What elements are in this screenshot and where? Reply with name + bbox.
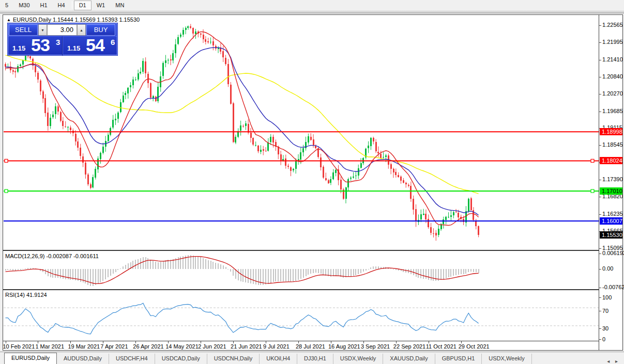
candle-body <box>272 137 274 143</box>
line-handle[interactable] <box>591 189 594 193</box>
macd-histogram-bar <box>453 269 454 276</box>
candle-body <box>425 214 427 219</box>
macd-histogram-bar <box>85 269 86 283</box>
timeframe-button-mn[interactable]: MN <box>110 1 129 10</box>
tab-usdcnh-daily[interactable]: USDCNH,Daily <box>207 354 260 364</box>
timeframe-button-h4[interactable]: H4 <box>53 1 70 10</box>
tab-scroll-right-icon[interactable]: ▸ <box>615 358 618 364</box>
volume-up-button[interactable]: ▲ <box>77 24 86 36</box>
candle-body <box>195 31 196 34</box>
candle-body <box>77 141 79 148</box>
price-axis-label: 1.21410 <box>602 56 623 62</box>
candle-body <box>150 83 151 98</box>
volume-down-button[interactable]: ▼ <box>38 24 47 36</box>
macd-histogram-bar <box>285 269 286 281</box>
timeframe-button-w1[interactable]: W1 <box>92 1 111 10</box>
date-axis-label: 10 Feb 2021 <box>3 343 35 350</box>
price-axis[interactable]: 1.225651.219951.214101.208401.202701.196… <box>599 15 622 350</box>
macd-histogram-bar <box>105 269 106 279</box>
timeframe-button-m30[interactable]: M30 <box>13 1 35 10</box>
tab-usdx-weekly[interactable]: USDX,Weekly <box>482 354 531 364</box>
price-axis-tick <box>599 60 601 60</box>
candle-body <box>135 80 136 80</box>
timeframe-button-5[interactable]: 5 <box>0 1 13 10</box>
macd-histogram-bar <box>208 260 209 269</box>
buy-price-box[interactable]: 1.15 54 6 <box>63 36 117 55</box>
candle-body <box>67 127 69 128</box>
chart-window: ▲EURUSD,Daily 1.15444 1.15569 1.15393 1.… <box>3 14 623 351</box>
macd-histogram-bar <box>230 269 231 272</box>
candle-body <box>398 175 399 177</box>
macd-histogram-bar <box>303 269 304 278</box>
candle-body <box>62 121 64 126</box>
candle-body <box>340 180 342 189</box>
date-axis-label: 7 Apr 2021 <box>100 343 128 350</box>
moving-average-10[interactable] <box>6 31 479 225</box>
macd-histogram-bar <box>193 256 194 269</box>
candle-body <box>313 139 314 146</box>
panel-separator[interactable] <box>3 289 622 290</box>
panel-separator[interactable] <box>3 250 622 251</box>
tab-dj30-h1[interactable]: DJ30,H1 <box>297 354 333 364</box>
candle-body <box>375 142 377 151</box>
candle-body <box>215 46 217 49</box>
tab-gbpusd-h1[interactable]: GBPUSD,H1 <box>435 354 482 364</box>
candle-body <box>90 184 92 187</box>
tab-usdchf-h4[interactable]: USDCHF,H4 <box>109 354 155 364</box>
date-axis-label: 11 Oct 2021 <box>426 343 456 350</box>
tab-ukoil-h4[interactable]: UKOil,H4 <box>260 354 297 364</box>
candle-body <box>240 125 241 131</box>
date-axis-label: 22 Sep 2021 <box>393 343 425 350</box>
price-axis-label: 1.16235 <box>602 211 623 217</box>
tab-scroll-left-icon[interactable]: ◂ <box>607 358 610 364</box>
candle-body <box>450 215 452 217</box>
date-axis-label: 1 Mar 2021 <box>35 343 64 350</box>
timeframe-button-h1[interactable]: H1 <box>35 1 53 10</box>
timeframe-button-d1[interactable]: D1 <box>74 1 92 10</box>
candle-body <box>5 64 6 67</box>
price-axis-label: 1.18545 <box>602 141 623 148</box>
macd-histogram-bar <box>123 266 124 269</box>
candle-body <box>52 115 54 118</box>
candle-body <box>82 156 84 163</box>
macd-histogram-bar <box>390 268 391 269</box>
macd-histogram-bar <box>233 269 234 276</box>
sell-button[interactable]: SELL <box>9 24 38 36</box>
candle-body <box>330 179 331 183</box>
macd-histogram-bar <box>87 269 88 285</box>
macd-histogram-bar <box>450 269 451 277</box>
line-handle[interactable] <box>5 189 8 193</box>
rsi-panel[interactable] <box>4 291 599 341</box>
line-handle[interactable] <box>5 159 8 162</box>
macd-histogram-bar <box>366 269 367 271</box>
date-axis[interactable]: 10 Feb 20211 Mar 202119 Mar 20217 Apr 20… <box>3 341 599 350</box>
collapse-triangle-icon[interactable]: ▲ <box>7 18 11 22</box>
macd-histogram-bar <box>18 269 19 270</box>
candle-body <box>393 169 394 173</box>
buy-button[interactable]: BUY <box>86 24 115 36</box>
macd-histogram-bar <box>248 269 249 283</box>
rsi-axis-tick <box>599 339 601 340</box>
macd-histogram-bar <box>218 263 219 269</box>
price-axis-label: 1.20270 <box>602 90 623 97</box>
candle-body <box>413 199 414 210</box>
macd-histogram-bar <box>300 269 301 279</box>
tab-usdcad-daily[interactable]: USDCAD,Daily <box>155 354 207 364</box>
price-axis-label: 1.20840 <box>602 73 623 80</box>
toolbar-shade <box>0 10 624 13</box>
tab-audusd-daily[interactable]: AUDUSD,Daily <box>57 354 109 364</box>
tab-usdx-weekly[interactable]: USDX,Weekly <box>333 354 383 364</box>
tab-xauusd-daily[interactable]: XAUUSD,Daily <box>383 354 435 364</box>
macd-axis-tick <box>599 288 601 288</box>
volume-input[interactable]: 3.00 <box>47 24 77 36</box>
candle-body <box>430 227 432 233</box>
candle-body <box>85 163 86 175</box>
candle-body <box>395 172 397 175</box>
tab-eurusd-daily[interactable]: EURUSD,Daily <box>4 353 57 364</box>
candle-body <box>75 134 77 141</box>
sell-price-box[interactable]: 1.15 53 3 <box>8 36 63 55</box>
candle-body <box>230 85 232 104</box>
line-handle[interactable] <box>591 159 594 162</box>
macd-histogram-bar <box>348 269 349 277</box>
price-axis-tick <box>599 94 601 94</box>
